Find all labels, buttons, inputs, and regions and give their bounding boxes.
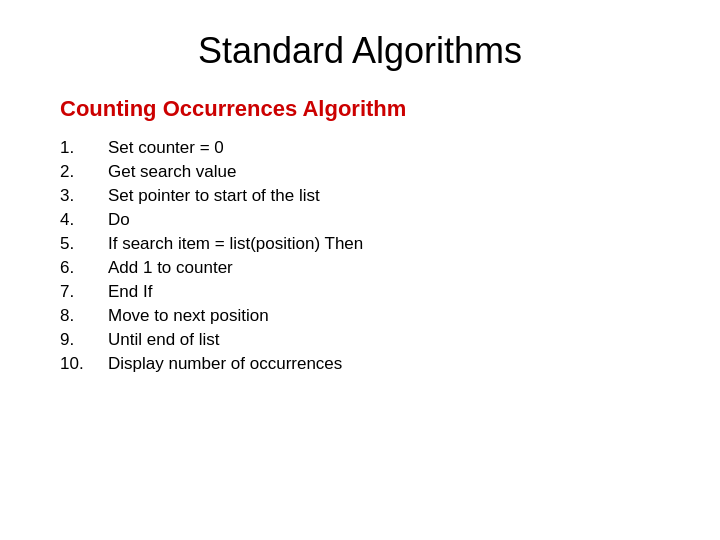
- section-heading: Counting Occurrences Algorithm: [60, 96, 660, 122]
- step-number-1: 1.: [60, 138, 108, 162]
- algorithm-list: 1.Set counter = 02.Get search value3.Set…: [60, 138, 660, 378]
- step-number-3: 3.: [60, 186, 108, 210]
- algorithm-step-3: 3.Set pointer to start of the list: [60, 186, 660, 210]
- step-text-9: Until end of list: [108, 330, 660, 354]
- step-number-2: 2.: [60, 162, 108, 186]
- step-text-4: Do: [108, 210, 660, 234]
- step-text-3: Set pointer to start of the list: [108, 186, 660, 210]
- step-text-8: Move to next position: [108, 306, 660, 330]
- algorithm-step-1: 1.Set counter = 0: [60, 138, 660, 162]
- step-text-1: Set counter = 0: [108, 138, 660, 162]
- step-number-6: 6.: [60, 258, 108, 282]
- step-number-7: 7.: [60, 282, 108, 306]
- step-number-9: 9.: [60, 330, 108, 354]
- algorithm-step-5: 5. If search item = list(position) Then: [60, 234, 660, 258]
- page: Standard Algorithms Counting Occurrences…: [0, 0, 720, 540]
- algorithm-step-2: 2.Get search value: [60, 162, 660, 186]
- step-text-7: End If: [108, 282, 660, 306]
- step-number-8: 8.: [60, 306, 108, 330]
- algorithm-step-10: 10.Display number of occurrences: [60, 354, 660, 378]
- step-text-2: Get search value: [108, 162, 660, 186]
- step-number-5: 5.: [60, 234, 108, 258]
- algorithm-step-4: 4.Do: [60, 210, 660, 234]
- step-text-6: Add 1 to counter: [108, 258, 660, 282]
- algorithm-step-9: 9.Until end of list: [60, 330, 660, 354]
- algorithm-step-8: 8. Move to next position: [60, 306, 660, 330]
- page-title: Standard Algorithms: [60, 30, 660, 72]
- algorithm-step-7: 7. End If: [60, 282, 660, 306]
- step-number-4: 4.: [60, 210, 108, 234]
- algorithm-step-6: 6. Add 1 to counter: [60, 258, 660, 282]
- step-text-10: Display number of occurrences: [108, 354, 660, 378]
- step-text-5: If search item = list(position) Then: [108, 234, 660, 258]
- step-number-10: 10.: [60, 354, 108, 378]
